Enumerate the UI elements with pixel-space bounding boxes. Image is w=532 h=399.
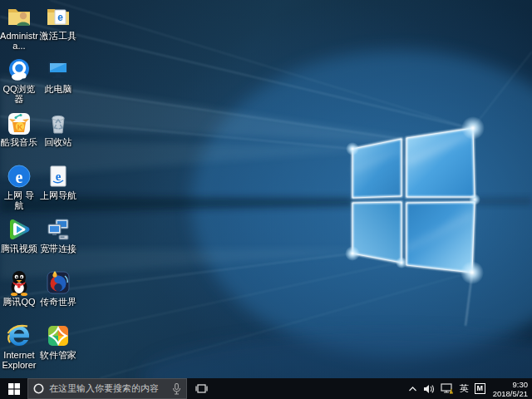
svg-text:e: e bbox=[16, 168, 23, 186]
desktop-icon-recycle-bin[interactable]: 回收站 bbox=[39, 110, 77, 147]
desktop-icon-tencent-qq[interactable]: 腾讯QQ bbox=[0, 269, 38, 307]
software-manager-grid-icon bbox=[45, 323, 71, 349]
qq-penguin-icon bbox=[6, 269, 32, 296]
task-view-button[interactable] bbox=[187, 378, 215, 399]
search-ring-icon bbox=[33, 383, 44, 394]
internet-explorer-icon bbox=[6, 323, 32, 349]
taskbar-clock[interactable]: 9:30 2018/5/21 bbox=[491, 380, 528, 398]
chevron-up-icon bbox=[408, 386, 417, 392]
desktop-icon-kuwo-music[interactable]: K 酷我音乐 bbox=[0, 110, 38, 147]
desktop-wallpaper bbox=[0, 0, 532, 378]
speaker-icon bbox=[423, 384, 435, 394]
svg-text:e: e bbox=[57, 12, 63, 23]
microphone-icon[interactable] bbox=[172, 383, 181, 395]
desktop-icon-web-navigation[interactable]: e 上网 导航 bbox=[0, 163, 38, 210]
desktop-icon-label: 酷我音乐 bbox=[0, 137, 38, 147]
windows-hero-logo-art bbox=[0, 0, 532, 378]
ime-mode-indicator[interactable]: M bbox=[475, 383, 485, 394]
svg-text:e: e bbox=[56, 170, 62, 183]
desktop-icon-qq-browser[interactable]: QQ浏览器 bbox=[0, 57, 38, 104]
e-document-icon: e bbox=[45, 163, 71, 190]
desktop-icon-label: 腾讯视频 bbox=[0, 244, 38, 254]
this-pc-monitor-icon bbox=[45, 57, 71, 83]
blue-e-circle-icon: e bbox=[6, 163, 32, 190]
search-placeholder-text: 在这里输入你要搜索的内容 bbox=[49, 382, 167, 395]
desktop-icon-legend-world[interactable]: 传奇世界 bbox=[39, 269, 77, 307]
ime-language-indicator[interactable]: 英 bbox=[460, 384, 469, 393]
task-view-icon bbox=[195, 383, 208, 394]
qq-browser-icon bbox=[6, 57, 32, 83]
desktop-icon-tencent-video[interactable]: 腾讯视频 bbox=[0, 216, 38, 254]
desktop-icon-label: 传奇世界 bbox=[39, 297, 77, 307]
kuwo-music-box-icon: K bbox=[6, 110, 32, 136]
desktop-icon-web-navigation-doc[interactable]: e 上网导航 bbox=[39, 163, 77, 200]
clock-time: 9:30 bbox=[493, 380, 528, 389]
desktop-icon-internet-explorer[interactable]: Internet Explorer bbox=[0, 323, 38, 370]
system-tray: 英 M 9:30 2018/5/21 bbox=[408, 378, 532, 399]
desktop-icon-label: 腾讯QQ bbox=[0, 297, 38, 307]
desktop-icon-label: 上网导航 bbox=[39, 190, 77, 200]
network-tray-button[interactable] bbox=[441, 383, 454, 394]
recycle-bin-icon bbox=[45, 110, 71, 136]
broadband-computers-icon bbox=[45, 216, 71, 243]
desktop-icon-label: Administra... bbox=[0, 31, 38, 51]
start-button[interactable] bbox=[0, 378, 27, 399]
desktop-icon-label: QQ浏览器 bbox=[0, 84, 38, 104]
desktop-icon-label: Internet Explorer bbox=[0, 350, 38, 370]
taskbar: 在这里输入你要搜索的内容 英 M 9:30 2018/5/21 bbox=[0, 378, 532, 399]
folder-user-icon bbox=[6, 3, 32, 30]
windows-logo-icon bbox=[8, 383, 20, 395]
clock-date: 2018/5/21 bbox=[493, 389, 528, 398]
desktop-icon-software-manager[interactable]: 软件管家 bbox=[39, 323, 77, 360]
desktop-icon-this-pc[interactable]: 此电脑 bbox=[39, 57, 77, 94]
taskbar-search-box[interactable]: 在这里输入你要搜索的内容 bbox=[27, 378, 187, 399]
desktop-icon-label: 上网 导航 bbox=[0, 190, 38, 210]
desktop-icon-label: 此电脑 bbox=[39, 84, 77, 94]
tray-overflow-chevron[interactable] bbox=[408, 386, 417, 392]
desktop-icon-label: 软件管家 bbox=[39, 350, 77, 360]
tencent-video-play-icon bbox=[6, 216, 32, 243]
desktop-icon-administrator[interactable]: Administra... bbox=[0, 3, 38, 51]
desktop-icon-label: 激活工具 bbox=[39, 31, 77, 41]
desktop-icon-activation-tools[interactable]: e 激活工具 bbox=[39, 3, 77, 41]
desktop-icon-broadband-connection[interactable]: 宽带连接 bbox=[39, 216, 77, 254]
legend-world-orb-icon bbox=[45, 269, 71, 296]
folder-e-document-icon: e bbox=[45, 3, 71, 30]
svg-text:K: K bbox=[17, 123, 23, 131]
desktop-icon-label: 宽带连接 bbox=[39, 244, 77, 254]
network-warning-icon bbox=[441, 383, 454, 394]
desktop-icon-label: 回收站 bbox=[39, 137, 77, 147]
volume-tray-button[interactable] bbox=[423, 384, 435, 394]
